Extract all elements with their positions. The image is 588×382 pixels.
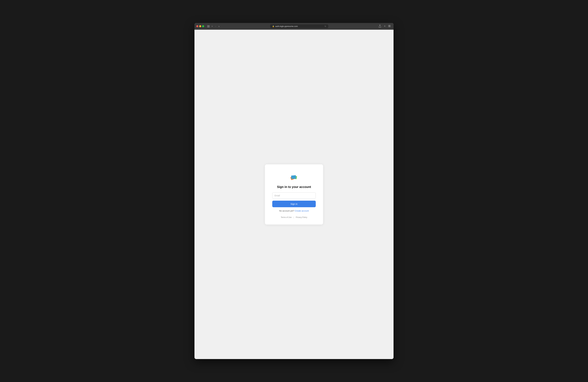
- footer-divider: |: [294, 216, 294, 218]
- close-button[interactable]: [196, 25, 198, 27]
- terms-of-use-link[interactable]: Terms of Use: [281, 216, 292, 218]
- titlebar: ▾ ‹ › 🔒 auth.logto.ppresume.com ↻ +: [194, 23, 394, 30]
- url-bar[interactable]: 🔒 auth.logto.ppresume.com ↻: [270, 24, 328, 28]
- back-button[interactable]: ‹: [214, 25, 217, 28]
- new-tab-button[interactable]: +: [383, 24, 386, 28]
- create-account-link[interactable]: Create account: [295, 210, 309, 212]
- url-bar-area: 🔒 auth.logto.ppresume.com ↻: [222, 24, 377, 28]
- browser-window: ▾ ‹ › 🔒 auth.logto.ppresume.com ↻ +: [194, 23, 394, 359]
- svg-rect-9: [291, 175, 296, 179]
- browser-content: Sign in to your account Sign in No accou…: [194, 30, 394, 359]
- svg-rect-3: [388, 25, 389, 26]
- svg-rect-4: [390, 25, 390, 26]
- sidebar-toggle-button[interactable]: [207, 25, 210, 28]
- card-title: Sign in to your account: [277, 185, 311, 189]
- no-account-text: No account yet? Create account: [279, 210, 309, 212]
- minimize-button[interactable]: [199, 25, 201, 27]
- share-button[interactable]: [378, 24, 382, 28]
- form-area: Sign in: [272, 192, 316, 207]
- sidebar-dropdown-button[interactable]: ▾: [211, 25, 213, 27]
- lock-icon: 🔒: [272, 25, 274, 27]
- privacy-policy-link[interactable]: Privacy Policy: [296, 216, 307, 218]
- svg-rect-5: [388, 26, 389, 27]
- svg-rect-2: [207, 27, 210, 27]
- tabs-overview-button[interactable]: [388, 25, 391, 28]
- app-logo: [289, 172, 299, 181]
- svg-rect-6: [390, 26, 390, 27]
- footer-links: Terms of Use | Privacy Policy: [281, 216, 307, 218]
- email-input[interactable]: [272, 192, 316, 199]
- titlebar-right-controls: +: [378, 24, 391, 28]
- nav-buttons: ‹ ›: [214, 25, 220, 28]
- signin-button[interactable]: Sign in: [272, 201, 316, 207]
- traffic-lights: [196, 25, 204, 27]
- maximize-button[interactable]: [202, 25, 204, 27]
- svg-rect-1: [207, 26, 210, 26]
- svg-rect-0: [207, 25, 210, 26]
- signin-card: Sign in to your account Sign in No accou…: [265, 164, 323, 224]
- url-text: auth.logto.ppresume.com: [275, 25, 298, 27]
- logo-area: [289, 172, 299, 181]
- forward-button[interactable]: ›: [218, 25, 220, 28]
- titlebar-controls: ▾: [207, 25, 213, 28]
- reload-icon[interactable]: ↻: [325, 25, 326, 27]
